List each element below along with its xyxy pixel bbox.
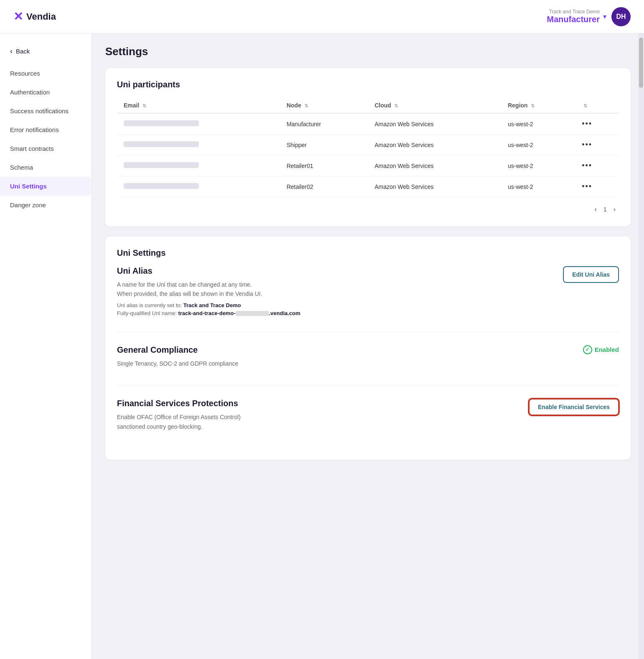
prev-page-button[interactable]: ‹: [591, 204, 600, 215]
compliance-row: General Compliance Single Tenancy, SOC-2…: [117, 345, 619, 371]
page-title: Settings: [105, 45, 631, 58]
scroll-track[interactable]: [638, 33, 644, 659]
cell-actions: •••: [575, 113, 619, 135]
cell-cloud: Amazon Web Services: [368, 155, 501, 176]
table-head: Email ⇅ Node ⇅ Cloud ⇅ Region ⇅ ⇅: [117, 98, 619, 113]
uni-name: Manufacturer: [547, 15, 600, 24]
sidebar: ‹ Back ResourcesAuthenticationSuccess no…: [0, 33, 92, 659]
compliance-title: General Compliance: [117, 345, 573, 355]
sidebar-item-schema[interactable]: Schema: [0, 158, 91, 177]
sidebar-item-authentication[interactable]: Authentication: [0, 83, 91, 102]
scroll-thumb[interactable]: [639, 38, 643, 88]
col-region: Region ⇅: [501, 98, 575, 113]
participants-table: Email ⇅ Node ⇅ Cloud ⇅ Region ⇅ ⇅ Manufa…: [117, 98, 619, 197]
cell-email: [117, 176, 280, 197]
row-actions-button[interactable]: •••: [582, 140, 592, 149]
table-row: Retailer01 Amazon Web Services us-west-2…: [117, 155, 619, 176]
cell-actions: •••: [575, 155, 619, 176]
uni-fqn: Fully-qualified Uni name: track-and-trac…: [117, 310, 553, 316]
participants-card-title: Uni participants: [117, 80, 619, 89]
uni-settings-card: Uni Settings Uni Alias A name for the Un…: [105, 237, 631, 460]
cell-node: Manufacturer: [280, 113, 368, 135]
cell-region: us-west-2: [501, 135, 575, 155]
col-actions: ⇅: [575, 98, 619, 113]
financial-title: Financial Services Protections: [117, 399, 519, 408]
topbar: ✕ Vendia Track and Trace Demo Manufactur…: [0, 0, 644, 33]
compliance-enabled-badge: ✓ Enabled: [583, 345, 619, 354]
sidebar-nav: ResourcesAuthenticationSuccess notificat…: [0, 64, 91, 214]
cell-node: Retailer02: [280, 176, 368, 197]
back-label: Back: [16, 48, 30, 55]
cell-cloud: Amazon Web Services: [368, 135, 501, 155]
page-number: 1: [603, 206, 607, 213]
edit-uni-alias-button[interactable]: Edit Uni Alias: [563, 266, 619, 283]
table-body: Manufacturer Amazon Web Services us-west…: [117, 113, 619, 197]
sort-actions-icon[interactable]: ⇅: [583, 103, 587, 108]
col-cloud: Cloud ⇅: [368, 98, 501, 113]
cell-cloud: Amazon Web Services: [368, 176, 501, 197]
next-page-button[interactable]: ›: [610, 204, 619, 215]
cell-actions: •••: [575, 135, 619, 155]
table-row: Retailer02 Amazon Web Services us-west-2…: [117, 176, 619, 197]
enabled-label: Enabled: [595, 346, 619, 353]
uni-info-text: Track and Trace Demo Manufacturer: [547, 9, 600, 24]
vendia-logo-icon: ✕: [13, 10, 23, 23]
uni-alias-current: Uni alias is currently set to: Track and…: [117, 302, 553, 308]
sidebar-item-resources[interactable]: Resources: [0, 64, 91, 83]
uni-alias-title: Uni Alias: [117, 266, 553, 276]
back-button[interactable]: ‹ Back: [0, 43, 91, 64]
participants-table-wrap: Email ⇅ Node ⇅ Cloud ⇅ Region ⇅ ⇅ Manufa…: [117, 98, 619, 197]
sidebar-item-smart-contracts[interactable]: Smart contracts: [0, 139, 91, 158]
uni-alias-section: Uni Alias A name for the Uni that can be…: [117, 266, 619, 332]
pagination: ‹ 1 ›: [117, 204, 619, 215]
compliance-desc: Single Tenancy, SOC-2 and GDPR complianc…: [117, 359, 573, 368]
uni-label: Track and Trace Demo: [547, 9, 600, 15]
compliance-content: General Compliance Single Tenancy, SOC-2…: [117, 345, 573, 371]
uni-settings-card-title: Uni Settings: [117, 248, 619, 258]
uni-alias-desc: A name for the Uni that can be changed a…: [117, 280, 553, 299]
table-row: Manufacturer Amazon Web Services us-west…: [117, 113, 619, 135]
uni-alias-content: Uni Alias A name for the Uni that can be…: [117, 266, 553, 318]
main-content: Settings Uni participants Email ⇅ Node ⇅…: [92, 33, 644, 659]
chevron-down-icon: ▾: [603, 13, 606, 20]
sort-email-icon[interactable]: ⇅: [142, 103, 146, 108]
back-arrow-icon: ‹: [10, 47, 13, 56]
sidebar-item-uni-settings[interactable]: Uni Settings: [0, 177, 91, 196]
cell-email: [117, 113, 280, 135]
sidebar-item-danger-zone[interactable]: Danger zone: [0, 196, 91, 214]
financial-row: Financial Services Protections Enable OF…: [117, 399, 619, 435]
check-circle-icon: ✓: [583, 345, 592, 354]
cell-email: [117, 135, 280, 155]
sidebar-item-error-notifications[interactable]: Error notifications: [0, 120, 91, 139]
cell-cloud: Amazon Web Services: [368, 113, 501, 135]
row-actions-button[interactable]: •••: [582, 161, 592, 170]
logo: ✕ Vendia: [13, 10, 56, 23]
row-actions-button[interactable]: •••: [582, 120, 592, 128]
uni-participants-card: Uni participants Email ⇅ Node ⇅ Cloud ⇅ …: [105, 68, 631, 226]
cell-node: Retailer01: [280, 155, 368, 176]
col-node: Node ⇅: [280, 98, 368, 113]
general-compliance-section: General Compliance Single Tenancy, SOC-2…: [117, 345, 619, 385]
topbar-right: Track and Trace Demo Manufacturer ▾ DH: [547, 7, 631, 26]
table-header-row: Email ⇅ Node ⇅ Cloud ⇅ Region ⇅ ⇅: [117, 98, 619, 113]
table-row: Shipper Amazon Web Services us-west-2 ••…: [117, 135, 619, 155]
cell-email: [117, 155, 280, 176]
avatar[interactable]: DH: [611, 7, 631, 26]
uni-selector[interactable]: Track and Trace Demo Manufacturer ▾: [547, 9, 606, 24]
col-email: Email ⇅: [117, 98, 280, 113]
financial-services-section: Financial Services Protections Enable OF…: [117, 399, 619, 448]
enable-financial-services-button[interactable]: Enable Financial Services: [529, 399, 619, 415]
sort-cloud-icon[interactable]: ⇅: [394, 103, 398, 108]
sort-node-icon[interactable]: ⇅: [304, 103, 308, 108]
logo-text: Vendia: [26, 11, 56, 22]
row-actions-button[interactable]: •••: [582, 182, 592, 191]
cell-region: us-west-2: [501, 113, 575, 135]
cell-node: Shipper: [280, 135, 368, 155]
sidebar-item-success-notifications[interactable]: Success notifications: [0, 102, 91, 120]
sort-region-icon[interactable]: ⇅: [531, 103, 535, 108]
layout: ‹ Back ResourcesAuthenticationSuccess no…: [0, 0, 644, 659]
cell-actions: •••: [575, 176, 619, 197]
financial-content: Financial Services Protections Enable OF…: [117, 399, 519, 435]
cell-region: us-west-2: [501, 176, 575, 197]
uni-alias-row: Uni Alias A name for the Uni that can be…: [117, 266, 619, 318]
